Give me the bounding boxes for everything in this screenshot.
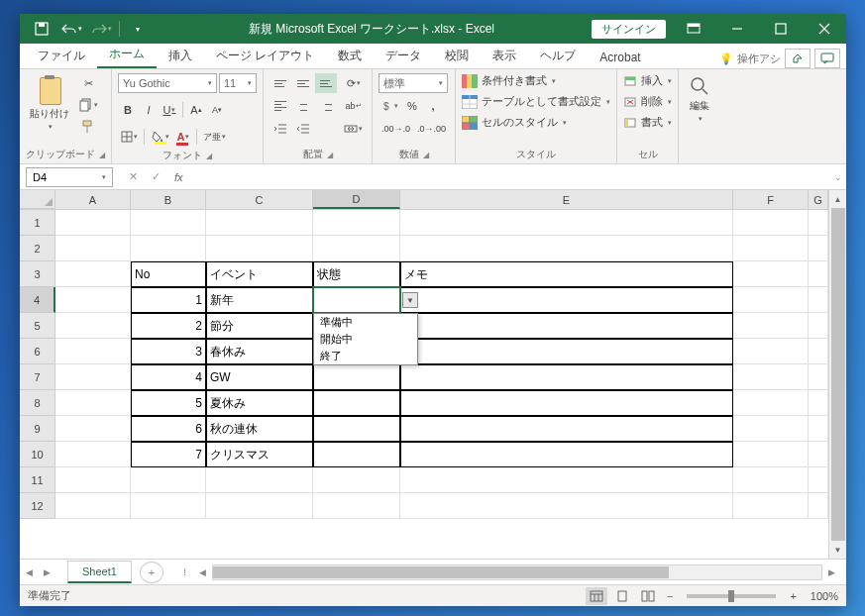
font-name-combo[interactable]: Yu Gothic▾ [118, 73, 217, 93]
font-size-combo[interactable]: 11▾ [219, 73, 257, 93]
cell-E11[interactable] [400, 467, 733, 493]
cell-A9[interactable] [55, 416, 131, 442]
name-box[interactable]: D4▾ [26, 167, 113, 187]
row-header-6[interactable]: 6 [20, 339, 55, 364]
comma-button[interactable]: , [423, 96, 443, 116]
cell-G1[interactable] [809, 210, 828, 236]
percent-button[interactable]: % [402, 96, 422, 116]
row-header-1[interactable]: 1 [20, 210, 55, 236]
horizontal-scrollbar[interactable] [212, 565, 822, 580]
row-header-2[interactable]: 2 [20, 236, 55, 261]
cell-B7[interactable]: 4 [131, 364, 206, 390]
fx-icon[interactable]: fx [174, 171, 183, 183]
cell-E12[interactable] [400, 493, 733, 519]
cell-F10[interactable] [733, 442, 809, 467]
cell-G9[interactable] [809, 416, 828, 442]
column-header-E[interactable]: E [400, 190, 733, 209]
cell-F8[interactable] [733, 390, 809, 416]
row-header-3[interactable]: 3 [20, 261, 55, 287]
cell-A6[interactable] [55, 339, 131, 364]
cell-D12[interactable] [313, 493, 400, 519]
validation-dropdown-list[interactable]: 準備中開始中終了 [313, 313, 418, 365]
scroll-down[interactable]: ▼ [829, 541, 846, 559]
cell-B6[interactable]: 3 [131, 339, 206, 364]
row-header-8[interactable]: 8 [20, 390, 55, 416]
cell-E3[interactable]: メモ [400, 261, 733, 287]
increase-decimal[interactable]: .00→.0 [378, 119, 413, 139]
cell-D3[interactable]: 状態 [313, 261, 400, 287]
underline-button[interactable]: U▾ [160, 100, 179, 120]
cell-B9[interactable]: 6 [131, 416, 206, 442]
comments-button[interactable] [814, 49, 840, 68]
format-cells-button[interactable]: 書式▾ [623, 115, 672, 130]
cell-D2[interactable] [313, 236, 400, 261]
undo-button[interactable]: ▾ [57, 16, 85, 42]
cell-A3[interactable] [55, 261, 131, 287]
cell-styles-button[interactable]: セルのスタイル▾ [462, 115, 567, 130]
cell-G12[interactable] [809, 493, 828, 519]
cell-D8[interactable] [313, 390, 400, 416]
enter-formula[interactable]: ✓ [146, 170, 166, 183]
font-dialog-launcher[interactable]: ◢ [206, 152, 212, 160]
wrap-text-button[interactable]: ab↵ [341, 96, 366, 116]
cell-A8[interactable] [55, 390, 131, 416]
font-color-button[interactable]: A▾ [173, 127, 193, 147]
tab-acrobat[interactable]: Acrobat [588, 47, 652, 68]
decrease-indent[interactable] [270, 119, 291, 139]
align-top[interactable] [270, 73, 291, 93]
align-dialog-launcher[interactable]: ◢ [327, 151, 333, 159]
cell-B11[interactable] [131, 467, 206, 493]
cell-D4[interactable] [313, 287, 400, 313]
cell-C1[interactable] [206, 210, 313, 236]
dropdown-option[interactable]: 開始中 [314, 331, 417, 348]
column-header-B[interactable]: B [131, 190, 206, 209]
clipboard-dialog-launcher[interactable]: ◢ [99, 151, 105, 159]
grow-font-button[interactable]: A▴ [186, 100, 206, 120]
add-sheet-button[interactable]: + [140, 562, 163, 583]
row-header-12[interactable]: 12 [20, 493, 55, 519]
column-header-D[interactable]: D [313, 190, 400, 209]
increase-indent[interactable] [292, 119, 314, 139]
scroll-up[interactable]: ▲ [829, 190, 846, 208]
cell-A10[interactable] [55, 442, 131, 467]
tab-help[interactable]: ヘルプ [528, 44, 588, 68]
find-select-button[interactable]: 編集 ▾ [685, 73, 714, 125]
cell-E2[interactable] [400, 236, 733, 261]
tell-me[interactable]: 💡操作アシ [719, 51, 781, 66]
cell-G2[interactable] [809, 236, 828, 261]
cell-F5[interactable] [733, 313, 809, 339]
cell-F6[interactable] [733, 339, 809, 364]
column-header-C[interactable]: C [206, 190, 313, 209]
cell-C2[interactable] [206, 236, 313, 261]
column-header-G[interactable]: G [809, 190, 828, 209]
tab-view[interactable]: 表示 [481, 44, 528, 68]
cell-A4[interactable] [55, 287, 131, 313]
cell-A7[interactable] [55, 364, 131, 390]
fill-color-button[interactable]: ▾ [148, 127, 172, 147]
borders-button[interactable]: ▾ [118, 127, 141, 147]
cell-G7[interactable] [809, 364, 828, 390]
tab-formulas[interactable]: 数式 [326, 44, 374, 68]
zoom-level[interactable]: 100% [811, 590, 838, 602]
format-painter-button[interactable] [77, 117, 99, 137]
close-button[interactable] [803, 14, 846, 44]
expand-formula-bar[interactable]: ⌄ [830, 172, 846, 182]
redo-button[interactable]: ▾ [87, 16, 115, 42]
cell-C7[interactable]: GW [206, 364, 313, 390]
tab-file[interactable]: ファイル [26, 44, 97, 68]
row-header-7[interactable]: 7 [20, 364, 55, 390]
cell-A5[interactable] [55, 313, 131, 339]
align-middle[interactable] [292, 73, 314, 93]
cell-E10[interactable] [400, 442, 733, 467]
validation-dropdown-button[interactable]: ▼ [402, 292, 418, 308]
accounting-button[interactable]: $▾ [378, 96, 401, 116]
tab-insert[interactable]: 挿入 [157, 44, 204, 68]
cell-G5[interactable] [809, 313, 828, 339]
formula-bar[interactable] [189, 167, 824, 187]
paste-button[interactable]: 貼り付け ▾ [26, 73, 73, 133]
cell-G4[interactable] [809, 287, 828, 313]
cell-C9[interactable]: 秋の連休 [206, 416, 313, 442]
row-header-10[interactable]: 10 [20, 442, 55, 467]
conditional-format-button[interactable]: 条件付き書式▾ [462, 73, 556, 88]
cell-G8[interactable] [809, 390, 828, 416]
